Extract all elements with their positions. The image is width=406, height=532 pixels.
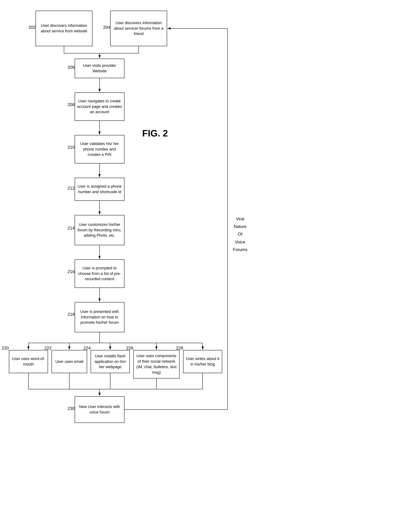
label-224: 224 (84, 345, 91, 351)
label-214: 214 (68, 226, 75, 231)
box-216: User is prompted to choose from a list o… (75, 259, 124, 288)
label-226: 226 (126, 345, 133, 351)
label-202: 202 (29, 25, 36, 30)
box-224: User installs flash application on his/ … (91, 350, 130, 373)
label-206: 206 (68, 65, 75, 70)
box-228: User writes about it in his/her blog (183, 350, 222, 373)
box-210: User validates his/ her phone number and… (75, 135, 124, 164)
label-222: 222 (44, 345, 51, 351)
label-208: 208 (68, 102, 75, 107)
box-226: User uses components of their social net… (133, 350, 180, 379)
box-206: User visits provider Website (75, 59, 124, 78)
label-212: 212 (68, 186, 75, 191)
label-216: 216 (68, 269, 75, 274)
fig-label: FIG. 2 (142, 128, 168, 139)
box-212: User is assigned a phone number and shor… (75, 178, 124, 201)
box-220: User uses word-of-mouth (9, 350, 48, 373)
viral-nature-text: ViralNatureOfVoiceForums (233, 215, 247, 253)
box-230: New User interacts with voice forum (75, 396, 124, 423)
label-228: 228 (176, 345, 183, 351)
box-214: User customizes his/her forum by Recordi… (75, 215, 124, 245)
label-210: 210 (68, 145, 75, 150)
box-222: User uses email (51, 350, 87, 373)
box-204: User discovers information about service… (110, 11, 167, 46)
label-220: 220 (2, 345, 9, 351)
box-208: User navigates to create account page an… (75, 92, 124, 121)
box-218: User is presented with information on ho… (75, 302, 124, 332)
box-202: User discovers information about service… (36, 11, 92, 46)
label-230: 230 (68, 406, 75, 411)
label-218: 218 (68, 312, 75, 317)
flow-arrows (0, 0, 406, 532)
diagram: User discovers information about service… (0, 0, 406, 532)
label-204: 204 (103, 25, 110, 30)
